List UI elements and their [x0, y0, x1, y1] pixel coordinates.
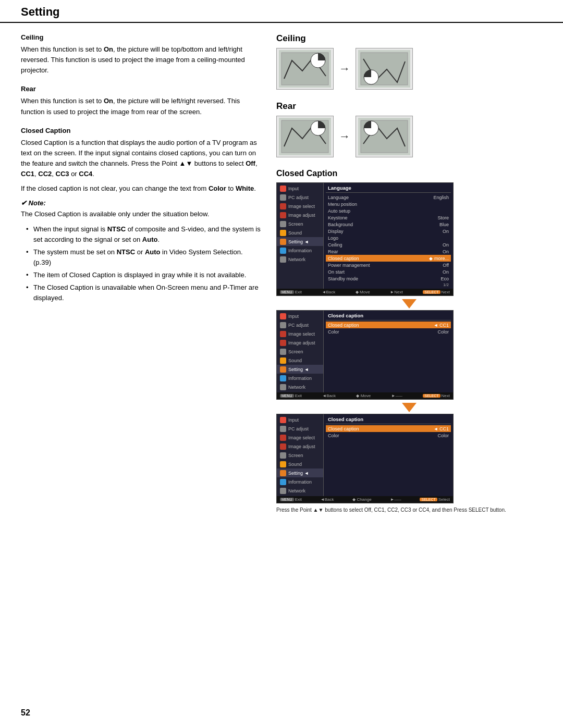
icon-imgadj-3 [280, 443, 286, 450]
menu-row-color-2: ColorColor [326, 328, 451, 335]
menu-item-imgsel-1: Image select [277, 202, 323, 211]
menu-left-col-2: Input PC adjust Image select Image adjus… [277, 311, 324, 392]
menu-right-col-3: Closed caption Closed caption◄ CC1 Color… [324, 414, 453, 496]
menu-item-input-2: Input [277, 312, 323, 320]
btn-move-2: ◆ Move [356, 393, 371, 398]
icon-info-2 [280, 375, 286, 381]
rear-diagram-title: Rear [276, 101, 542, 112]
page-number: 52 [21, 708, 30, 718]
menu-item-pc-3: PC adjust [277, 424, 323, 433]
bullet-1: When the input signal is NTSC of composi… [26, 224, 261, 245]
icon-network-3 [280, 488, 286, 494]
closed-caption-right-title: Closed Caption [276, 169, 542, 178]
note-title: ✔ Note: [21, 199, 261, 207]
arrow-1 [276, 299, 542, 309]
rear-diagram-row: → [276, 116, 542, 157]
icon-screen-2 [280, 349, 286, 355]
note-block: ✔ Note: The Closed Caption is available … [21, 199, 261, 303]
down-arrow-2 [402, 403, 417, 412]
btn-next-1: ►Next [390, 290, 402, 294]
bullet-3: The item of Closed Caption is displayed … [26, 270, 261, 280]
icon-imgsel-2 [280, 331, 286, 337]
rear-after [356, 116, 413, 157]
icon-imgadj-1 [280, 212, 286, 218]
icon-network-1 [280, 256, 286, 263]
menu-item-setting-2: Setting ◄ [277, 365, 323, 374]
page-header: Setting [0, 0, 563, 23]
menu-item-setting-1: Setting ◄ [277, 237, 323, 246]
icon-sound-1 [280, 230, 286, 236]
rear-arrow: → [339, 130, 350, 143]
menu-panel-2: Input PC adjust Image select Image adjus… [276, 310, 454, 400]
rear-section: Rear When this function is set to On, th… [21, 85, 261, 117]
menu-row-keystone: KeystoneStore [326, 214, 451, 221]
menu-item-imgsel-3: Image select [277, 433, 323, 442]
menu-item-info-1: Information [277, 246, 323, 255]
menu-row-color-3: ColorColor [326, 432, 451, 439]
icon-pc-1 [280, 194, 286, 201]
page-title: Setting [21, 5, 542, 19]
down-arrow-1 [402, 299, 417, 309]
icon-pc-3 [280, 426, 286, 432]
closed-caption-p1: Closed Caption is a function that displa… [21, 138, 261, 180]
menu-item-network-2: Network [277, 382, 323, 391]
menu-row-language: LanguageEnglish [326, 194, 451, 201]
menu-item-imgadj-2: Image adjust [277, 338, 323, 347]
menu-page-indicator: 1/2 [326, 282, 451, 288]
icon-setting-3 [280, 470, 286, 476]
icon-setting-2 [280, 366, 286, 373]
menu-panel-3: Input PC adjust Image select Image adjus… [276, 414, 454, 503]
menu-row-display: DisplayOn [326, 228, 451, 235]
menu-panel-1-inner: Input PC adjust Image select Image adjus… [277, 183, 453, 289]
icon-screen-3 [280, 452, 286, 459]
caption-note: Press the Point ▲▼ buttons to select Off… [276, 507, 542, 514]
bullet-4: The Closed Caption is unavailable when O… [26, 282, 261, 303]
menu-row-closedcaption: Closed caption◆ more... [326, 255, 451, 262]
ceiling-before [276, 48, 334, 90]
menu-item-imgadj-3: Image adjust [277, 442, 323, 451]
main-content: Ceiling When this function is set to On,… [0, 33, 563, 518]
menu-item-info-3: Information [277, 477, 323, 486]
menu-item-screen-2: Screen [277, 347, 323, 356]
btn-exit-3: MENU Exit [280, 497, 302, 502]
menu-row-ceiling: CeilingOn [326, 241, 451, 248]
icon-input-2 [280, 313, 286, 319]
closed-caption-section: Closed Caption Closed Caption is a funct… [21, 127, 261, 304]
btn-select-1: SELECT Next [423, 290, 450, 294]
btn-exit-2: MENU Exit [280, 393, 302, 398]
menu-row-background: BackgroundBlue [326, 221, 451, 228]
menu-row-powermgmt: Power managementOff [326, 262, 451, 268]
btn-next-3: ►----- [390, 497, 401, 502]
icon-network-2 [280, 384, 286, 390]
icon-setting-1 [280, 239, 286, 245]
note-intro: The Closed Caption is available only und… [21, 209, 261, 219]
btn-next-2: ►----- [391, 393, 402, 398]
icon-imgadj-2 [280, 340, 286, 346]
arrow-2 [276, 403, 542, 412]
menu-left-col-1: Input PC adjust Image select Image adjus… [277, 183, 324, 289]
left-column: Ceiling When this function is set to On,… [21, 33, 261, 518]
menu-row-cc-3: Closed caption◄ CC1 [326, 425, 451, 432]
menu-item-info-2: Information [277, 374, 323, 382]
menu-row-standby: Standby modeEco [326, 275, 451, 282]
menu-item-sound-1: Sound [277, 228, 323, 237]
menu-left-col-3: Input PC adjust Image select Image adjus… [277, 414, 324, 496]
rear-diagram-section: Rear → [276, 101, 542, 157]
menu-item-input-1: Input [277, 184, 323, 193]
menu-item-pc-2: PC adjust [277, 320, 323, 329]
menu-item-input-3: Input [277, 415, 323, 424]
menu-item-imgsel-2: Image select [277, 329, 323, 338]
rear-before [276, 116, 334, 157]
icon-input-1 [280, 186, 286, 192]
closed-caption-title: Closed Caption [21, 127, 261, 134]
icon-sound-3 [280, 461, 286, 467]
menu-right-col-2: Closed caption Closed caption◄ CC1 Color… [324, 311, 453, 392]
menu-item-network-1: Network [277, 255, 323, 264]
menu-item-sound-3: Sound [277, 460, 323, 468]
btn-back-3: ◄Back [321, 497, 334, 502]
menu-panel-1: Input PC adjust Image select Image adjus… [276, 182, 454, 296]
icon-screen-1 [280, 221, 286, 227]
closed-caption-p2: If the closed caption is not clear, you … [21, 183, 261, 194]
menu-item-screen-3: Screen [277, 451, 323, 460]
ceiling-diagram-section: Ceiling → [276, 33, 542, 90]
